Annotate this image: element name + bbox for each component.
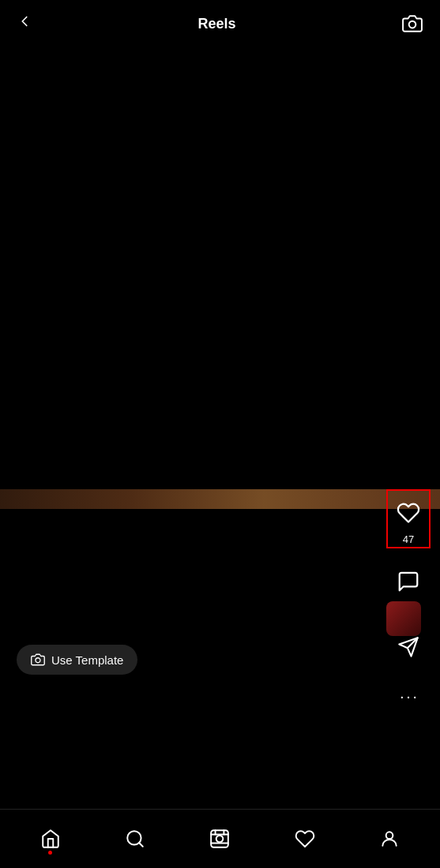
bottom-nav xyxy=(0,809,440,868)
svg-point-15 xyxy=(386,832,393,839)
video-area xyxy=(0,0,440,821)
header-title: Reels xyxy=(197,16,235,32)
use-template-button[interactable]: Use Template xyxy=(17,645,137,675)
svg-point-6 xyxy=(36,658,40,663)
profile-icon xyxy=(378,828,401,850)
svg-point-4 xyxy=(408,697,409,698)
svg-point-10 xyxy=(216,836,224,843)
heart-icon xyxy=(391,496,426,530)
search-icon xyxy=(124,828,146,850)
activity-heart-icon xyxy=(294,828,316,850)
right-actions: 47 3 xyxy=(386,489,431,715)
nav-reels[interactable] xyxy=(199,821,240,856)
avatar-image xyxy=(386,601,421,636)
use-template-label: Use Template xyxy=(51,653,123,667)
like-action[interactable]: 47 xyxy=(386,489,431,548)
camera-button[interactable] xyxy=(401,12,424,36)
svg-line-8 xyxy=(139,843,143,847)
ellipsis-icon xyxy=(391,680,426,715)
camera-small-icon xyxy=(31,653,45,667)
more-action[interactable] xyxy=(391,680,426,715)
comment-icon xyxy=(391,564,426,599)
like-count: 47 xyxy=(403,533,414,545)
creator-avatar[interactable] xyxy=(386,601,421,636)
svg-rect-9 xyxy=(212,830,229,847)
header: Reels xyxy=(0,0,440,47)
nav-profile[interactable] xyxy=(369,821,410,856)
back-button[interactable] xyxy=(16,13,33,35)
svg-point-5 xyxy=(414,697,416,698)
svg-point-3 xyxy=(401,697,403,698)
video-strip xyxy=(0,489,440,509)
nav-search[interactable] xyxy=(115,821,156,856)
home-icon xyxy=(39,828,62,850)
like-highlight: 47 xyxy=(386,489,431,548)
home-active-dot xyxy=(48,851,52,855)
nav-home[interactable] xyxy=(30,821,71,856)
reels-icon xyxy=(209,828,231,850)
svg-point-0 xyxy=(409,21,416,28)
nav-activity[interactable] xyxy=(284,821,325,856)
